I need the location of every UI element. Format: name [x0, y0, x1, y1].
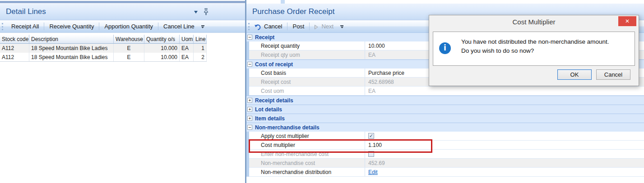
- panel-menu-chevron-down-icon[interactable]: [194, 11, 198, 15]
- dialog-message-line1: You have not distributed the non-merchan…: [461, 37, 609, 46]
- section-row-receipt-details[interactable]: +Receipt details: [246, 96, 644, 105]
- field-label-cost-basis: Cost basis: [249, 70, 365, 76]
- section-row-item-details[interactable]: +Item details: [246, 114, 644, 123]
- table-cell: 18 Speed Mountain Bike Ladies: [29, 53, 114, 61]
- toolbar-button-cancel-line[interactable]: Cancel Line: [159, 21, 199, 32]
- column-header-description[interactable]: Description: [29, 35, 114, 43]
- close-icon[interactable]: ✕: [618, 16, 636, 26]
- field-value-non-merchandise-distribution: Edit: [365, 168, 644, 176]
- section-label: Non-merchandise details: [255, 124, 320, 131]
- cancel-button[interactable]: Cancel: [596, 69, 630, 80]
- table-cell: 1: [194, 44, 207, 53]
- field-label-non-merchandise-distribution: Non-merchandise distribution: [249, 169, 365, 175]
- field-label-receipt-qty-uom: Receipt qty uom: [249, 52, 365, 58]
- collapse-icon[interactable]: –: [247, 62, 252, 67]
- field-value-cost-uom: EA: [365, 87, 644, 95]
- section-label: Receipt details: [255, 97, 293, 104]
- field-label-receipt-cost: Receipt cost: [249, 79, 365, 85]
- table-cell: 18 Speed Mountain Bike Ladies: [29, 44, 114, 53]
- dialog-title: Cost Multiplier: [429, 15, 639, 29]
- column-header-uom[interactable]: Uom: [180, 35, 194, 43]
- play-icon: [314, 24, 319, 30]
- column-header-line[interactable]: Line: [194, 35, 207, 43]
- toolbar-overflow-icon[interactable]: [339, 24, 345, 31]
- highlight-annotation: [249, 139, 432, 153]
- detail-lines-table: Stock codeDescriptionWarehouseQuantity o…: [0, 35, 207, 62]
- collapse-icon[interactable]: –: [247, 35, 252, 40]
- field-row-non-merchandise-distribution: Non-merchandise distributionEdit: [249, 168, 644, 177]
- undo-icon: [254, 23, 261, 31]
- field-row-non-merchandise-cost: Non-merchandise cost452.69: [249, 159, 644, 168]
- table-cell: EA: [180, 44, 194, 53]
- table-row[interactable]: A11218 Speed Mountain Bike LadiesE10.000…: [0, 53, 207, 62]
- section-row-non-merchandise-details[interactable]: –Non-merchandise details: [246, 123, 644, 132]
- column-header-stock-code[interactable]: Stock code: [0, 35, 29, 43]
- section-label: Receipt: [255, 34, 274, 41]
- expand-icon[interactable]: +: [247, 116, 252, 121]
- table-cell: 2: [194, 53, 207, 61]
- toolbar-overflow-icon[interactable]: [200, 24, 206, 31]
- table-cell: A112: [0, 44, 29, 53]
- field-row-cost-uom: Cost uomEA: [249, 87, 644, 96]
- dialog-message-panel: i You have not distributed the non-merch…: [433, 32, 635, 66]
- dialog-message: You have not distributed the non-merchan…: [461, 37, 609, 55]
- toolbar-button-apportion-quantity[interactable]: Apportion Quantity: [100, 21, 158, 32]
- apply-cost-multiplier-checkbox[interactable]: ✓: [368, 133, 374, 139]
- info-icon: i: [439, 42, 451, 54]
- dock-tab-marker: [281, 0, 285, 4]
- detail-lines-toolbar: Receipt AllReceive QuantityApportion Qua…: [0, 20, 245, 33]
- field-label-receipt-quantity: Receipt quantity: [249, 43, 365, 49]
- cancel-button[interactable]: Cancel: [263, 21, 287, 32]
- detail-lines-panel: Detail Lines Receipt AllReceive Quantity…: [0, 0, 245, 183]
- detail-lines-header: Detail Lines: [0, 4, 245, 20]
- expand-icon[interactable]: +: [247, 107, 252, 112]
- table-cell: E: [114, 44, 144, 53]
- non-merchandise-distribution-edit-link[interactable]: Edit: [368, 169, 378, 175]
- collapse-icon[interactable]: –: [247, 125, 252, 130]
- section-label: Lot details: [255, 106, 282, 113]
- table-row[interactable]: A11218 Speed Mountain Bike LadiesE10.000…: [0, 44, 207, 53]
- toolbar-button-receipt-all[interactable]: Receipt All: [7, 21, 43, 32]
- table-cell: 10.000: [144, 53, 180, 61]
- toolbar-button-receive-quantity[interactable]: Receive Quantity: [45, 21, 98, 32]
- column-header-warehouse[interactable]: Warehouse: [114, 35, 144, 43]
- table-cell: 10.000: [144, 44, 180, 53]
- column-header-quantity-o-s[interactable]: Quantity o/s: [144, 35, 180, 43]
- section-label: Item details: [255, 115, 285, 122]
- post-button[interactable]: Post: [288, 21, 309, 32]
- table-cell: A112: [0, 53, 29, 61]
- dialog-message-line2: Do you wish to do so now?: [461, 46, 609, 55]
- ok-button[interactable]: OK: [557, 69, 592, 80]
- detail-lines-title: Detail Lines: [0, 7, 46, 16]
- toolbar-grip-icon[interactable]: [248, 23, 251, 30]
- field-label-cost-uom: Cost uom: [249, 88, 365, 94]
- panel-top-strip: [0, 1, 245, 3]
- section-label: Cost of receipt: [255, 61, 293, 68]
- field-label-apply-cost-multiplier: Apply cost multiplier: [249, 133, 365, 139]
- pin-icon[interactable]: [203, 8, 209, 15]
- field-label-non-merchandise-cost: Non-merchandise cost: [249, 160, 365, 166]
- field-value-non-merchandise-cost: 452.69: [365, 159, 644, 167]
- purchase-order-receipt-title: Purchase Order Receipt: [246, 7, 334, 16]
- cost-multiplier-dialog: Cost Multiplier ✕ i You have not distrib…: [429, 15, 639, 86]
- table-cell: EA: [180, 53, 194, 61]
- table-cell: E: [114, 53, 144, 61]
- table-header-row: Stock codeDescriptionWarehouseQuantity o…: [0, 35, 207, 44]
- expand-icon[interactable]: +: [247, 98, 252, 103]
- next-button: Next: [320, 21, 338, 32]
- section-row-lot-details[interactable]: +Lot details: [246, 105, 644, 114]
- toolbar-grip-icon[interactable]: [2, 23, 5, 30]
